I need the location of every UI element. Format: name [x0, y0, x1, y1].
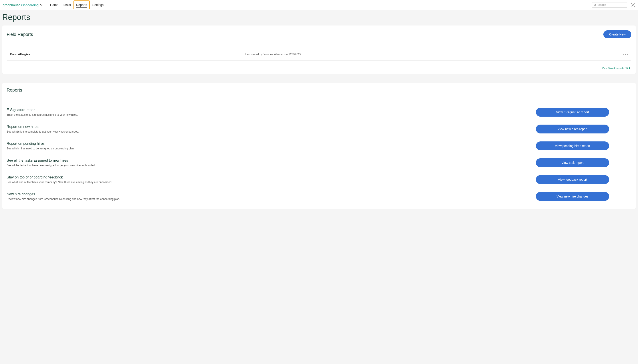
- search-box[interactable]: [592, 2, 627, 8]
- report-title: See all the tasks assigned to new hires: [7, 158, 96, 162]
- field-report-name: Food Allergies: [10, 52, 245, 56]
- view-new-hire-changes-button[interactable]: View new hire changes: [536, 192, 609, 201]
- logo[interactable]: greenhouse Onboarding: [3, 3, 43, 7]
- report-title: Stay on top of onboarding feedback: [7, 175, 112, 179]
- reports-card: Reports E-Signature report Track the sta…: [2, 83, 636, 209]
- report-desc: See what kind of feedback your company's…: [7, 181, 112, 184]
- view-task-report-button[interactable]: View task report: [536, 158, 609, 167]
- report-desc: Track the status of E-Signatures assigne…: [7, 113, 78, 116]
- report-desc: See which hires need to be assigned an o…: [7, 147, 75, 150]
- avatar[interactable]: YA: [631, 3, 635, 7]
- search-icon: [594, 4, 596, 6]
- field-reports-card: Field Reports Create New Food Allergies …: [2, 26, 636, 74]
- header-right: YA: [592, 2, 635, 8]
- view-esignature-button[interactable]: View E-Signature report: [536, 108, 609, 116]
- chevron-down-icon: [40, 4, 43, 6]
- view-saved-label: View Saved Reports (1): [602, 67, 628, 70]
- report-desc: See what's left to complete to get your …: [7, 130, 79, 133]
- view-saved-wrap: View Saved Reports (1): [7, 60, 631, 70]
- report-title: Report on pending hires: [7, 142, 75, 146]
- report-desc: See all the tasks that have been assigne…: [7, 164, 96, 167]
- chevron-right-icon: [629, 67, 630, 69]
- field-report-meta: Last saved by Ynonne Alvarez on 12/8/202…: [245, 52, 623, 56]
- nav-tasks[interactable]: Tasks: [61, 0, 73, 9]
- view-feedback-report-button[interactable]: View feedback report: [536, 175, 609, 184]
- field-report-row[interactable]: Food Allergies Last saved by Ynonne Alva…: [7, 50, 631, 60]
- report-row-esignature: E-Signature report Track the status of E…: [7, 104, 631, 120]
- field-reports-header: Field Reports Create New: [7, 30, 631, 38]
- more-actions-icon[interactable]: [623, 54, 628, 55]
- nav-reports[interactable]: Reports: [76, 3, 87, 7]
- report-row-tasks: See all the tasks assigned to new hires …: [7, 154, 631, 171]
- create-new-button[interactable]: Create New: [603, 30, 631, 38]
- report-info: See all the tasks assigned to new hires …: [7, 158, 96, 167]
- report-row-new-hire-changes: New hire changes Review new hire changes…: [7, 188, 631, 205]
- report-row-pending-hires: Report on pending hires See which hires …: [7, 138, 631, 154]
- report-title: New hire changes: [7, 192, 120, 196]
- search-input[interactable]: [598, 3, 625, 6]
- logo-text: greenhouse Onboarding: [3, 3, 39, 7]
- view-saved-reports-link[interactable]: View Saved Reports (1): [602, 67, 630, 70]
- svg-line-1: [595, 5, 596, 6]
- report-info: E-Signature report Track the status of E…: [7, 108, 78, 116]
- reports-title: Reports: [7, 88, 631, 93]
- report-title: Report on new hires: [7, 125, 79, 129]
- page-title: Reports: [0, 10, 638, 26]
- report-row-new-hires: Report on new hires See what's left to c…: [7, 120, 631, 138]
- svg-point-0: [594, 4, 596, 6]
- nav-reports-highlight: Reports: [74, 0, 90, 9]
- view-pending-hires-button[interactable]: View pending hires report: [536, 142, 609, 150]
- nav-settings[interactable]: Settings: [90, 0, 106, 9]
- report-info: Stay on top of onboarding feedback See w…: [7, 175, 112, 184]
- report-info: New hire changes Review new hire changes…: [7, 192, 120, 200]
- report-info: Report on new hires See what's left to c…: [7, 125, 79, 133]
- field-reports-title: Field Reports: [7, 32, 33, 37]
- report-title: E-Signature report: [7, 108, 78, 112]
- report-row-feedback: Stay on top of onboarding feedback See w…: [7, 171, 631, 188]
- main-nav: Home Tasks Reports Settings: [48, 0, 106, 9]
- view-new-hires-button[interactable]: View new hires report: [536, 124, 609, 134]
- nav-home[interactable]: Home: [48, 0, 61, 9]
- report-desc: Review new hire changes from Greenhouse …: [7, 198, 120, 200]
- app-header: greenhouse Onboarding Home Tasks Reports…: [0, 0, 638, 10]
- report-info: Report on pending hires See which hires …: [7, 142, 75, 150]
